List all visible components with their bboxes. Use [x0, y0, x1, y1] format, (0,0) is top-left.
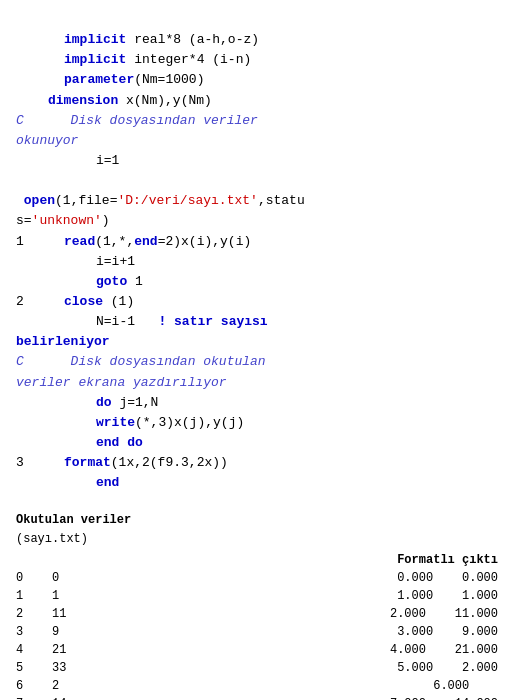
data-right-cell: 3.000 9.000	[216, 623, 498, 641]
code-text2: s=	[16, 213, 32, 228]
table-row: 1 11.000 1.000	[16, 587, 498, 605]
keyword-dimension: dimension	[48, 93, 118, 108]
code-text: x(Nm),y(Nm)	[118, 93, 212, 108]
code-text: j=1,N	[112, 395, 159, 410]
col-left-header	[16, 551, 216, 570]
keyword-do: do	[96, 395, 112, 410]
data-left-cell: 7 14	[16, 695, 216, 700]
comment3: C Disk dosyasından okutulan	[16, 354, 266, 369]
line-num-3: 3	[16, 453, 32, 473]
code-text: (1,*,	[95, 234, 134, 249]
keyword-end-do: end do	[96, 435, 143, 450]
keyword-open: open	[24, 193, 55, 208]
data-left-cell: 0 0	[16, 569, 216, 587]
excl-comment: ! satır sayısı	[158, 314, 267, 329]
data-right-cell: 6.000	[216, 677, 498, 695]
keyword-end2: end	[96, 475, 119, 490]
data-left-cell: 6 2	[16, 677, 216, 695]
code-text: i=i+1	[96, 254, 135, 269]
data-left-cell: 1 1	[16, 587, 216, 605]
comment2: okunuyor	[16, 133, 78, 148]
keyword-parameter: parameter	[64, 72, 134, 87]
table-header: Formatlı çıktı	[16, 551, 498, 570]
table-title: Okutulan veriler	[16, 511, 498, 530]
code-text: i=1	[96, 153, 119, 168]
code-text: real*8 (a-h,o-z)	[126, 32, 259, 47]
string-path: 'D:/veri/sayı.txt'	[117, 193, 257, 208]
keyword-read: read	[64, 234, 95, 249]
code-text: N=i-1	[96, 314, 158, 329]
col-right-header: Formatlı çıktı	[216, 551, 498, 570]
keyword-goto: goto	[96, 274, 127, 289]
line-num-2: 2	[16, 292, 32, 312]
table-row: 5 335.000 2.000	[16, 659, 498, 677]
data-right-cell: 0.000 0.000	[216, 569, 498, 587]
table-row: 0 00.000 0.000	[16, 569, 498, 587]
data-right-cell: 4.000 21.000	[216, 641, 498, 659]
table-row: 6 26.000	[16, 677, 498, 695]
table-row: 3 93.000 9.000	[16, 623, 498, 641]
table-row: 4 214.000 21.000	[16, 641, 498, 659]
code-text: (1,file=	[55, 193, 117, 208]
code-text: =2)x(i),y(i)	[158, 234, 252, 249]
data-left-cell: 2 11	[16, 605, 216, 623]
data-right-cell: 7.000 14.000	[216, 695, 498, 700]
comment1: C Disk dosyasından veriler	[16, 113, 258, 128]
data-left-cell: 3 9	[16, 623, 216, 641]
table-rows: 0 00.000 0.0001 11.000 1.0002 112.000 11…	[16, 569, 498, 700]
keyword-implicit2: implicit	[64, 52, 126, 67]
code-text: (1)	[103, 294, 134, 309]
code-text: (Nm=1000)	[134, 72, 204, 87]
keyword-end: end	[134, 234, 157, 249]
keyword-implicit: implicit	[64, 32, 126, 47]
data-left-cell: 4 21	[16, 641, 216, 659]
table-subtitle: (sayı.txt)	[16, 530, 498, 549]
table-row: 2 112.000 11.000	[16, 605, 498, 623]
data-right-cell: 5.000 2.000	[216, 659, 498, 677]
code-area: implicit real*8 (a-h,o-z) implicit integ…	[16, 10, 498, 493]
data-right-cell: 2.000 11.000	[216, 605, 498, 623]
line-num-1: 1	[16, 232, 32, 252]
keyword-format: format	[64, 455, 111, 470]
comment4: veriler ekrana yazdırılıyor	[16, 375, 227, 390]
code-text: (1x,2(f9.3,2x))	[111, 455, 228, 470]
keyword-close: close	[64, 294, 103, 309]
code-text: 1	[127, 274, 143, 289]
keyword-write: write	[96, 415, 135, 430]
code-text: ,statu	[258, 193, 305, 208]
output-table: Okutulan veriler (sayı.txt) Formatlı çık…	[16, 511, 498, 700]
code-text: (*,3)x(j),y(j)	[135, 415, 244, 430]
data-right-cell: 1.000 1.000	[216, 587, 498, 605]
table-row: 7 147.000 14.000	[16, 695, 498, 700]
code-text	[16, 193, 24, 208]
comment-belirleniyor: belirleniyor	[16, 334, 110, 349]
code-text: integer*4 (i-n)	[126, 52, 251, 67]
data-left-cell: 5 33	[16, 659, 216, 677]
string-unknown: 'unknown'	[32, 213, 102, 228]
code-text3: )	[102, 213, 110, 228]
